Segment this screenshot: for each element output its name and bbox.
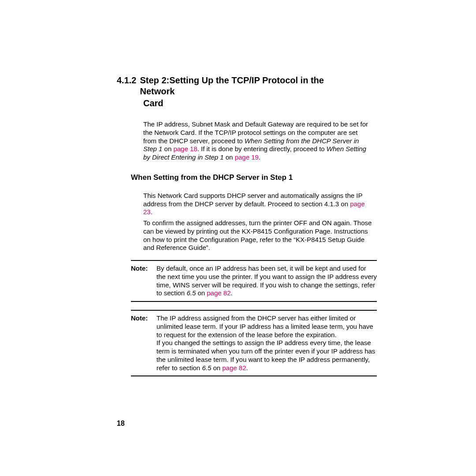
note1-text-b: on — [196, 289, 207, 297]
page-link-18[interactable]: page 18 — [173, 145, 197, 152]
section-title-line2: Card — [117, 98, 375, 109]
note-label: Note: — [131, 264, 156, 298]
note-text-2: The IP address assigned from the DHCP se… — [156, 314, 377, 372]
note2-text-b: on — [211, 364, 222, 372]
body-text-2b: on — [339, 200, 350, 208]
note1-section-ref: 6.5 — [186, 289, 196, 297]
note2-text-c: . — [246, 364, 248, 372]
page-link-82a[interactable]: page 82 — [207, 289, 231, 297]
body-section-ref: 4.1.3 — [324, 200, 339, 208]
section-title-line1: Step 2:Setting Up the TCP/IP Protocol in… — [136, 75, 351, 97]
section-number: 4.1.2 — [117, 75, 136, 97]
note-block-2: Note: The IP address assigned from the D… — [131, 310, 377, 376]
intro-text-d: on — [224, 153, 235, 161]
note2-section-ref: 6.5 — [202, 364, 211, 372]
note-text-1: By default, once an IP address has been … — [156, 264, 377, 298]
note2-para-1: The IP address assigned from the DHCP se… — [156, 314, 377, 339]
intro-text-b: on — [162, 145, 173, 152]
note1-text-c: . — [231, 289, 233, 297]
note2-text-a: If you changed the settings to assign th… — [156, 339, 375, 371]
page-number: 18 — [117, 420, 125, 428]
note-block-1: Note: By default, once an IP address has… — [131, 260, 377, 302]
subsection-heading: When Setting from the DHCP Server in Ste… — [131, 173, 375, 182]
section-heading: 4.1.2 Step 2:Setting Up the TCP/IP Proto… — [117, 75, 375, 97]
page-link-82b[interactable]: page 82 — [222, 364, 246, 372]
body-paragraph-1: This Network Card supports DHCP server a… — [143, 192, 372, 216]
intro-paragraph: The IP address, Subnet Mask and Default … — [143, 120, 372, 162]
note2-para-2: If you changed the settings to assign th… — [156, 339, 377, 372]
intro-text-e: . — [259, 153, 260, 161]
body-paragraph-2: To confirm the assigned addresses, turn … — [143, 219, 372, 252]
document-page: 4.1.2 Step 2:Setting Up the TCP/IP Proto… — [0, 0, 476, 476]
page-link-19[interactable]: page 19 — [235, 153, 259, 161]
note-label: Note: — [131, 314, 156, 372]
intro-text-c: . If it is done by entering directly, pr… — [197, 145, 327, 152]
body-text-2c: . — [151, 208, 152, 216]
